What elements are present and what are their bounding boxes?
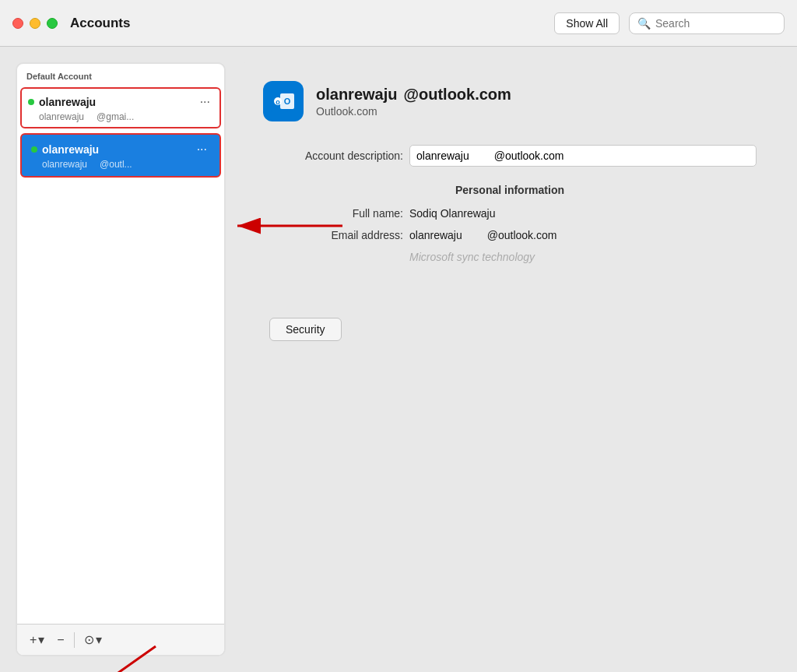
account-sub1-gmail: olanrewaju bbox=[39, 111, 84, 122]
description-row: Account description: olanrewaju @outlook… bbox=[263, 140, 757, 171]
minimize-button[interactable] bbox=[30, 18, 40, 29]
outlook-icon: O o bbox=[263, 81, 304, 121]
account-display-domain: @outlook.com bbox=[403, 86, 511, 104]
svg-text:o: o bbox=[276, 98, 280, 106]
fullname-value: Sodiq Olanrewaju bbox=[409, 207, 757, 220]
close-button[interactable] bbox=[12, 18, 23, 29]
account-name-outlook: olanrewaju bbox=[42, 143, 99, 156]
svg-text:O: O bbox=[284, 97, 291, 106]
fullname-label: Full name: bbox=[263, 207, 403, 220]
search-icon: 🔍 bbox=[637, 17, 651, 30]
security-button[interactable]: Security bbox=[269, 318, 342, 341]
account-service-name: Outlook.com bbox=[316, 105, 511, 118]
search-input[interactable] bbox=[655, 17, 776, 30]
description-input[interactable]: olanrewaju @outlook.com bbox=[409, 145, 757, 167]
sync-note-row: Microsoft sync technology bbox=[263, 246, 757, 268]
search-box: 🔍 bbox=[629, 12, 785, 34]
account-header-info: olanrewaju @outlook.com Outlook.com bbox=[316, 86, 511, 118]
email-value: olanrewaju @outlook.com bbox=[409, 229, 757, 241]
account-menu-outlook[interactable]: ··· bbox=[194, 141, 210, 158]
default-account-label: Default Account bbox=[17, 64, 224, 84]
desc-value1: olanrewaju bbox=[416, 150, 469, 162]
maximize-button[interactable] bbox=[47, 18, 58, 29]
minus-icon: − bbox=[57, 633, 64, 647]
sidebar-spacer bbox=[17, 179, 224, 624]
desc-value2: @outlook.com bbox=[494, 150, 564, 162]
titlebar-actions: Show All 🔍 bbox=[554, 12, 785, 34]
remove-account-button[interactable]: − bbox=[51, 630, 70, 650]
account-display-name: olanrewaju bbox=[316, 86, 397, 104]
email-value2: @outlook.com bbox=[487, 229, 557, 241]
email-value1: olanrewaju bbox=[409, 229, 462, 241]
add-chevron-icon: ▾ bbox=[38, 632, 44, 647]
sidebar: Default Account olanrewaju ··· olanrewaj… bbox=[16, 62, 226, 656]
account-sub2-outlook: @outl... bbox=[100, 159, 132, 170]
account-header: O o olanrewaju @outlook.com Outlook.com bbox=[263, 81, 757, 121]
description-label: Account description: bbox=[263, 150, 403, 162]
menu-circle-icon: ⊙ bbox=[84, 632, 94, 647]
sync-note: Microsoft sync technology bbox=[409, 251, 535, 263]
account-item-outlook[interactable]: olanrewaju ··· olanrewaju @outl... bbox=[20, 133, 221, 178]
personal-info-title: Personal information bbox=[263, 184, 757, 196]
account-name-gmail: olanrewaju bbox=[39, 96, 96, 108]
traffic-lights bbox=[12, 18, 58, 29]
account-sub1-outlook: olanrewaju bbox=[42, 159, 87, 170]
account-options-button[interactable]: ⊙ ▾ bbox=[78, 629, 108, 650]
security-section: Security bbox=[263, 299, 757, 341]
outlook-logo-svg: O o bbox=[269, 87, 297, 115]
add-account-button[interactable]: + ▾ bbox=[23, 629, 51, 650]
email-label: Email address: bbox=[263, 229, 403, 241]
footer-divider bbox=[74, 632, 75, 648]
fullname-row: Full name: Sodiq Olanrewaju bbox=[263, 202, 757, 224]
account-item-gmail[interactable]: olanrewaju ··· olanrewaju @gmai... bbox=[20, 87, 221, 128]
status-dot-gmail bbox=[28, 99, 34, 105]
status-dot-outlook bbox=[31, 146, 37, 153]
detail-panel: O o olanrewaju @outlook.com Outlook.com … bbox=[238, 62, 781, 656]
show-all-button[interactable]: Show All bbox=[554, 12, 620, 34]
window-title: Accounts bbox=[70, 16, 554, 31]
account-sub2-gmail: @gmai... bbox=[97, 111, 134, 122]
add-icon: + bbox=[30, 633, 37, 647]
sidebar-footer: + ▾ − ⊙ ▾ bbox=[17, 624, 224, 655]
email-row: Email address: olanrewaju @outlook.com bbox=[263, 224, 757, 246]
menu-chevron-icon: ▾ bbox=[96, 632, 102, 647]
account-header-name: olanrewaju @outlook.com bbox=[316, 86, 511, 104]
account-menu-gmail[interactable]: ··· bbox=[197, 93, 213, 111]
titlebar: Accounts Show All 🔍 bbox=[0, 0, 797, 47]
main-content: Default Account olanrewaju ··· olanrewaj… bbox=[0, 47, 797, 672]
